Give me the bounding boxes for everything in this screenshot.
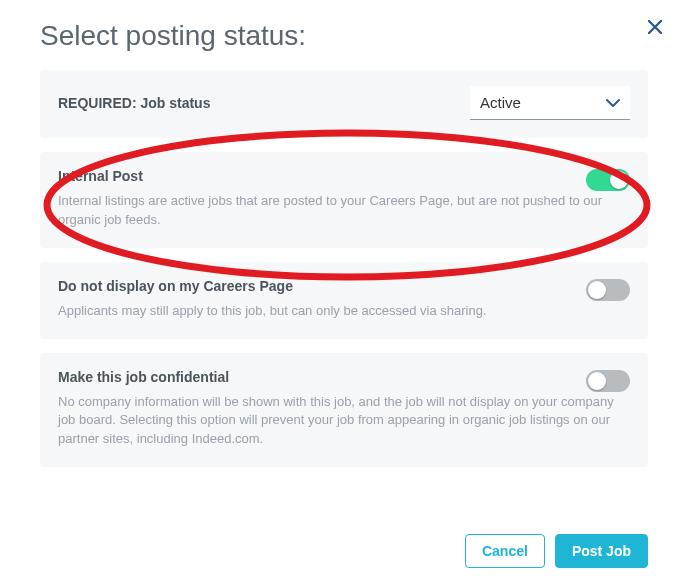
toggle-knob (588, 372, 606, 390)
required-label: REQUIRED: Job status (58, 95, 210, 111)
close-icon[interactable] (648, 18, 662, 39)
posting-status-modal: Select posting status: REQUIRED: Job sta… (0, 0, 688, 586)
option-title: Make this job confidential (58, 369, 229, 385)
option-confidential: Make this job confidential No company in… (40, 353, 648, 468)
toggle-internal-post[interactable] (586, 169, 630, 191)
required-job-status-card: REQUIRED: Job status Active (40, 70, 648, 138)
option-desc: Applicants may still apply to this job, … (58, 302, 630, 321)
option-title: Internal Post (58, 168, 143, 184)
option-title: Do not display on my Careers Page (58, 278, 293, 294)
option-desc: No company information will be shown wit… (58, 393, 630, 450)
job-status-value: Active (480, 94, 521, 111)
toggle-no-careers-display[interactable] (586, 279, 630, 301)
toggle-knob (610, 171, 628, 189)
chevron-down-icon (606, 94, 620, 112)
modal-title: Select posting status: (40, 20, 648, 52)
cancel-button[interactable]: Cancel (465, 534, 545, 568)
option-no-careers-display: Do not display on my Careers Page Applic… (40, 262, 648, 339)
post-job-button[interactable]: Post Job (555, 534, 648, 568)
toggle-knob (588, 281, 606, 299)
modal-footer: Cancel Post Job (40, 522, 648, 568)
option-desc: Internal listings are active jobs that a… (58, 192, 630, 230)
option-internal-post: Internal Post Internal listings are acti… (40, 152, 648, 248)
toggle-confidential[interactable] (586, 370, 630, 392)
job-status-select[interactable]: Active (470, 86, 630, 120)
